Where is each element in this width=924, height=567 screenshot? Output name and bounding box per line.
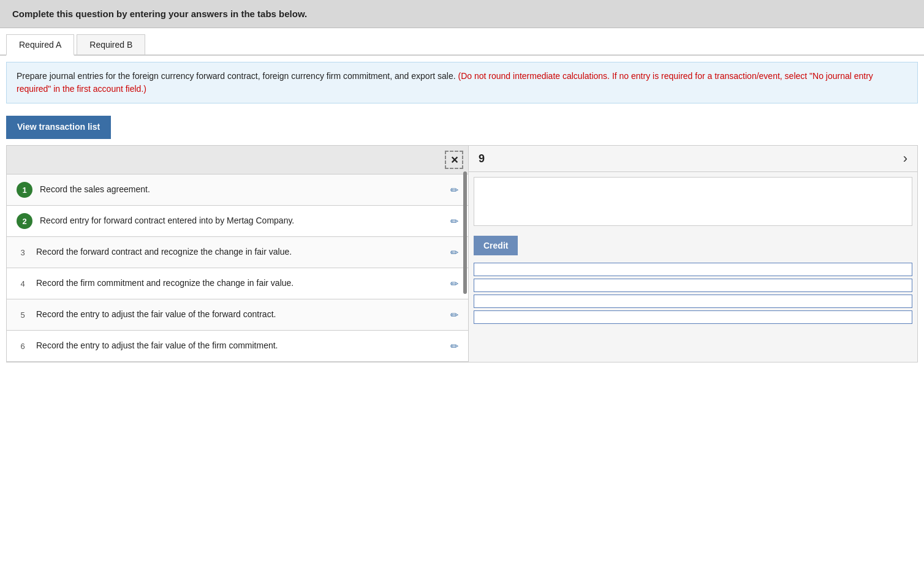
instruction-main-text: Prepare journal entries for the foreign …: [17, 71, 456, 81]
entry-input-box: [474, 177, 912, 226]
transaction-items: 1 Record the sales agreement. ✏ 2 Record…: [7, 175, 468, 362]
nav-arrow-right[interactable]: ›: [903, 151, 907, 167]
transaction-list-panel: ✕ 1 Record the sales agreement. ✏ 2 Reco…: [6, 145, 469, 362]
banner-text: Complete this question by entering your …: [12, 9, 307, 19]
tab-required-b[interactable]: Required B: [77, 34, 145, 54]
edit-icon-1[interactable]: ✏: [450, 184, 458, 196]
item-number-1: 1: [17, 182, 32, 198]
transaction-item: 1 Record the sales agreement. ✏: [7, 175, 468, 206]
item-text-3: Record the forward contract and recogniz…: [36, 246, 443, 258]
credit-input-1[interactable]: [474, 263, 912, 276]
tab-required-a[interactable]: Required A: [6, 34, 74, 56]
tabs-bar: Required A Required B: [0, 28, 924, 56]
item-text-4: Record the firm commitment and recognize…: [36, 277, 443, 290]
transaction-item: 5 Record the entry to adjust the fair va…: [7, 299, 468, 331]
credit-input-2[interactable]: [474, 279, 912, 292]
page-number: 9: [479, 152, 485, 165]
edit-icon-3[interactable]: ✏: [450, 247, 458, 258]
item-number-3: 3: [17, 244, 29, 260]
edit-icon-2[interactable]: ✏: [450, 216, 458, 227]
item-number-5: 5: [17, 307, 29, 323]
credit-button[interactable]: Credit: [474, 236, 518, 255]
close-icon: ✕: [450, 154, 458, 166]
navigation-row: 9 ›: [469, 146, 917, 172]
right-panel: 9 › Credit: [469, 145, 918, 362]
instruction-box: Prepare journal entries for the foreign …: [6, 62, 918, 103]
top-banner: Complete this question by entering your …: [0, 0, 924, 28]
scrollbar[interactable]: [463, 171, 467, 294]
credit-input-rows: [469, 260, 917, 326]
main-area: ✕ 1 Record the sales agreement. ✏ 2 Reco…: [6, 145, 918, 362]
edit-icon-4[interactable]: ✏: [450, 278, 458, 290]
transaction-item: 3 Record the forward contract and recogn…: [7, 237, 468, 268]
item-text-2: Record entry for forward contract entere…: [40, 215, 443, 227]
view-transaction-list-button[interactable]: View transaction list: [6, 116, 111, 139]
item-text-1: Record the sales agreement.: [40, 184, 443, 196]
transaction-item: 4 Record the firm commitment and recogni…: [7, 268, 468, 299]
item-text-6: Record the entry to adjust the fair valu…: [36, 340, 443, 352]
edit-icon-6[interactable]: ✏: [450, 340, 458, 352]
panel-header: ✕: [7, 146, 468, 175]
edit-icon-5[interactable]: ✏: [450, 309, 458, 321]
item-number-4: 4: [17, 276, 29, 291]
credit-label-row: Credit: [469, 231, 917, 260]
item-number-2: 2: [17, 213, 32, 229]
transaction-item: 2 Record entry for forward contract ente…: [7, 206, 468, 237]
item-text-5: Record the entry to adjust the fair valu…: [36, 309, 443, 321]
item-number-6: 6: [17, 338, 29, 354]
transaction-item: 6 Record the entry to adjust the fair va…: [7, 331, 468, 362]
credit-input-3[interactable]: [474, 295, 912, 308]
close-panel-button[interactable]: ✕: [445, 151, 463, 169]
credit-input-4[interactable]: [474, 310, 912, 324]
